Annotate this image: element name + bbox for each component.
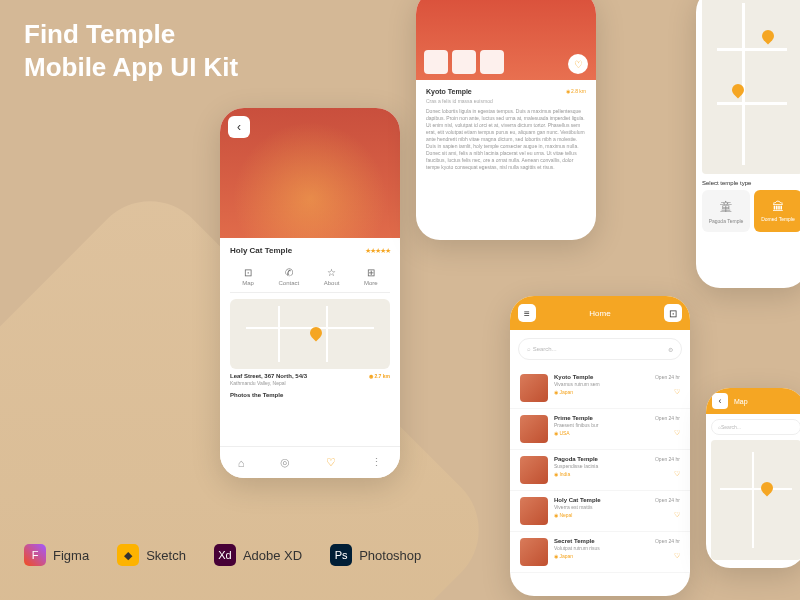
back-button[interactable]: ‹	[228, 116, 250, 138]
temple-thumbnail	[520, 456, 548, 484]
temple-thumbnail	[520, 538, 548, 566]
sketch-icon: ◆	[117, 544, 139, 566]
heart-icon[interactable]: ♡	[674, 552, 680, 560]
xd-icon: Xd	[214, 544, 236, 566]
phone-icon: ✆	[285, 267, 293, 278]
list-item[interactable]: Pagoda TempleOpen 24 hrSuspendisse lacin…	[510, 450, 690, 491]
address-sub: Kathmandu Valley, Nepal	[230, 380, 390, 386]
map-icon: ⊡	[244, 267, 252, 278]
heart-icon[interactable]: ♡	[674, 429, 680, 437]
star-icon: ☆	[327, 267, 336, 278]
temple-thumbnail	[520, 374, 548, 402]
subtitle: Cras a felis id massa euismod	[426, 98, 586, 104]
tool-figma: FFigma	[24, 544, 89, 566]
type-pagoda[interactable]: 童Pagoda Temple	[702, 190, 750, 232]
list-item[interactable]: Prime TempleOpen 24 hrPraesent finibus b…	[510, 409, 690, 450]
heart-icon[interactable]: ♡	[674, 388, 680, 396]
thumbnail[interactable]	[424, 50, 448, 74]
search-input[interactable]: ⌕ Search...⚙	[518, 338, 682, 360]
nav-more-icon[interactable]: ⋮	[371, 456, 382, 469]
action-contact[interactable]: ✆Contact	[279, 267, 300, 286]
ps-icon: Ps	[330, 544, 352, 566]
dome-icon: 🏛	[772, 200, 784, 214]
phone-description-screen: ♡ Kyoto Temple◉ 2.8 km Cras a felis id m…	[416, 0, 596, 240]
description-text: Donec lobortis ligula in egestas tempus.…	[426, 108, 586, 171]
menu-button[interactable]: ≡	[518, 304, 536, 322]
action-more[interactable]: ⊞More	[364, 267, 378, 286]
map-pin-icon	[758, 480, 775, 497]
rating-stars: ★★★★★	[365, 247, 390, 255]
map-pin-icon	[760, 28, 777, 45]
heart-icon[interactable]: ♡	[674, 470, 680, 478]
temple-name: Kyoto Temple	[426, 88, 472, 95]
temple-thumbnail	[520, 415, 548, 443]
action-map[interactable]: ⊡Map	[242, 267, 254, 286]
action-about[interactable]: ☆About	[324, 267, 340, 286]
type-domed[interactable]: 🏛Domed Temple	[754, 190, 800, 232]
photos-heading: Photos the Temple	[230, 392, 390, 398]
map-view[interactable]	[702, 0, 800, 174]
thumbnail[interactable]	[452, 50, 476, 74]
pagoda-icon: 童	[720, 199, 732, 216]
back-button[interactable]: ‹	[712, 393, 728, 409]
heart-icon[interactable]: ♡	[674, 511, 680, 519]
temple-thumbnail	[520, 497, 548, 525]
tool-sketch: ◆Sketch	[117, 544, 186, 566]
search-input[interactable]: ⌕ Search...	[711, 419, 800, 435]
design-tools-row: FFigma ◆Sketch XdAdobe XD PsPhotoshop	[24, 544, 421, 566]
tool-ps: PsPhotoshop	[330, 544, 421, 566]
nav-compass-icon[interactable]: ◎	[280, 456, 290, 469]
tool-xd: XdAdobe XD	[214, 544, 302, 566]
screen-title: Map	[734, 398, 748, 405]
list-item[interactable]: Holy Cat TempleOpen 24 hrViverra est mat…	[510, 491, 690, 532]
distance-badge: ◉ 2.8 km	[566, 88, 586, 95]
figma-icon: F	[24, 544, 46, 566]
screen-title: Home	[589, 309, 610, 318]
street-address: Leaf Street, 367 North, 54/3	[230, 373, 307, 379]
nav-heart-icon[interactable]: ♡	[326, 456, 336, 469]
list-item[interactable]: Secret TempleOpen 24 hrVolutpat rutrum r…	[510, 532, 690, 573]
nav-home-icon[interactable]: ⌂	[238, 457, 245, 469]
phone-map-screen: ‹ Map ⌕ Search...	[706, 388, 800, 568]
filter-icon[interactable]: ⚙	[668, 346, 673, 353]
grid-icon: ⊞	[367, 267, 375, 278]
filter-label: Select temple type	[702, 180, 800, 186]
temple-hero-image: ♡	[416, 0, 596, 80]
mini-map[interactable]	[230, 299, 390, 369]
map-view[interactable]	[711, 440, 800, 560]
phone-home-screen: ≡ Home ⊡ ⌕ Search...⚙ Kyoto TempleOpen 2…	[510, 296, 690, 596]
map-toggle-button[interactable]: ⊡	[664, 304, 682, 322]
temple-hero-image: ‹	[220, 108, 400, 238]
temple-name: Holy Cat Temple	[230, 246, 292, 255]
list-item[interactable]: Kyoto TempleOpen 24 hrVivamus rutrum sem…	[510, 368, 690, 409]
page-title: Find Temple Mobile App UI Kit	[24, 18, 238, 83]
phone-filter-screen: Select temple type 童Pagoda Temple 🏛Domed…	[696, 0, 800, 288]
phone-detail-screen: ‹ Holy Cat Temple ★★★★★ ⊡Map ✆Contact ☆A…	[220, 108, 400, 478]
bottom-nav: ⌂ ◎ ♡ ⋮	[220, 446, 400, 478]
favorite-button[interactable]: ♡	[568, 54, 588, 74]
thumbnail[interactable]	[480, 50, 504, 74]
distance-badge: ◉ 2.7 km	[369, 373, 390, 379]
